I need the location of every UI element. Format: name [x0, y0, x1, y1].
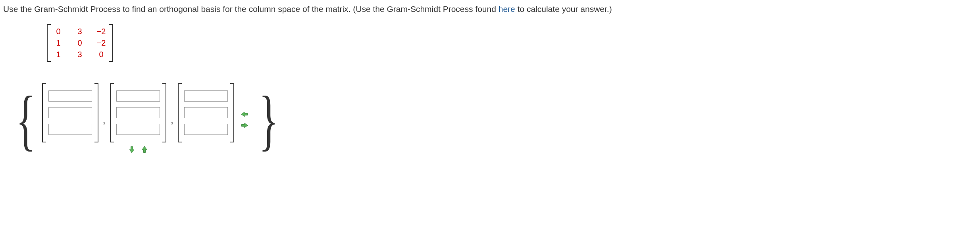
vector-right-bracket	[162, 83, 166, 142]
matrix-cell: 3	[74, 26, 86, 37]
matrix-row: 1 0 −2	[52, 37, 107, 49]
matrix-row: 0 3 −2	[52, 26, 107, 37]
question-posttext: to calculate your answer.)	[515, 4, 612, 13]
comma: ,	[102, 114, 107, 126]
vector2-cell2[interactable]	[116, 107, 160, 118]
comma: ,	[169, 114, 175, 126]
vector3-cell1[interactable]	[184, 90, 228, 102]
here-link[interactable]: here	[499, 4, 515, 13]
remove-row-up-icon[interactable]	[140, 145, 149, 154]
matrix-cell: 0	[52, 26, 64, 37]
remove-column-left-icon[interactable]	[240, 110, 249, 119]
question-pretext: Use the Gram-Schmidt Process to find an …	[3, 4, 499, 13]
row-controls	[127, 145, 149, 157]
right-curly-brace: }	[259, 90, 278, 150]
given-matrix: 0 3 −2 1 0 −2 1 3 0	[47, 24, 113, 64]
matrix-cell: −2	[95, 26, 107, 37]
answer-area: { ,	[10, 83, 977, 157]
vector-right-bracket	[94, 83, 98, 142]
vector3-cell3[interactable]	[184, 124, 228, 135]
add-column-right-icon[interactable]	[240, 121, 249, 130]
matrix-cell: 1	[52, 49, 64, 60]
vector1-cell3[interactable]	[48, 124, 92, 135]
matrix-row: 1 3 0	[52, 49, 107, 60]
vector3-cell2[interactable]	[184, 107, 228, 118]
matrix-left-bracket	[47, 24, 51, 62]
vector2-cell3[interactable]	[116, 124, 160, 135]
matrix-cell: 3	[74, 49, 86, 60]
matrix-cell: 0	[95, 49, 107, 60]
question-text: Use the Gram-Schmidt Process to find an …	[3, 3, 977, 15]
vector2-cell1[interactable]	[116, 90, 160, 102]
add-row-down-icon[interactable]	[127, 145, 137, 154]
matrix-cell: −2	[95, 37, 107, 49]
vector-right-bracket	[230, 83, 234, 142]
vectors-group: , ,	[42, 83, 252, 157]
left-curly-brace: {	[16, 90, 35, 150]
answer-vector-3	[178, 83, 234, 142]
matrix-cell: 1	[52, 37, 64, 49]
vector1-cell2[interactable]	[48, 107, 92, 118]
vector1-cell1[interactable]	[48, 90, 92, 102]
matrix-cell: 0	[74, 37, 86, 49]
answer-vector-1	[42, 83, 98, 142]
vector-left-bracket	[110, 83, 114, 142]
matrix-right-bracket	[109, 24, 113, 62]
answer-vector-2	[110, 83, 166, 142]
column-controls	[240, 110, 249, 130]
vector-left-bracket	[42, 83, 46, 142]
vector-left-bracket	[178, 83, 182, 142]
